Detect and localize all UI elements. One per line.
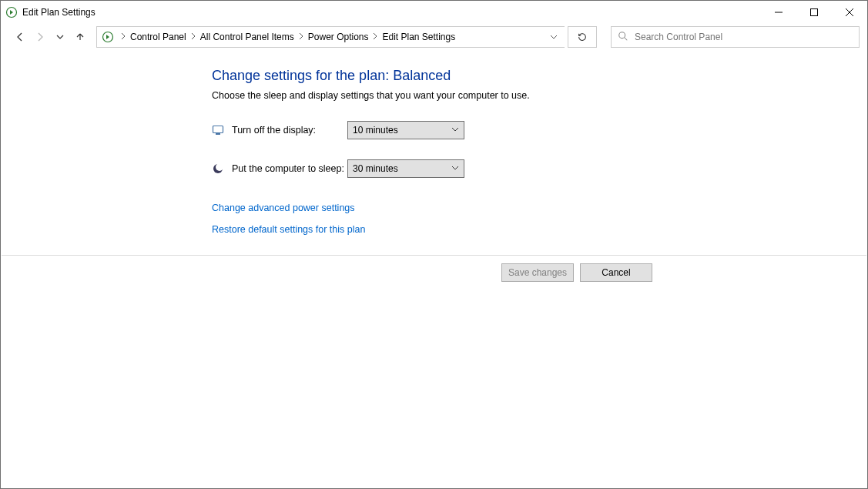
- display-timeout-row: Turn off the display: 10 minutes: [212, 121, 867, 139]
- address-bar-dropdown[interactable]: [543, 27, 565, 47]
- chevron-right-icon[interactable]: [117, 33, 129, 41]
- display-timeout-select[interactable]: 10 minutes: [347, 121, 464, 139]
- monitor-icon: [212, 124, 224, 136]
- moon-icon: [212, 162, 224, 175]
- recent-locations-dropdown[interactable]: [52, 28, 69, 46]
- chevron-down-icon: [451, 125, 459, 136]
- maximize-button[interactable]: [796, 1, 832, 24]
- search-input[interactable]: [635, 32, 853, 42]
- breadcrumb-item[interactable]: All Control Panel Items: [199, 32, 295, 42]
- button-bar: Save changes Cancel: [2, 255, 866, 282]
- chevron-right-icon[interactable]: [295, 33, 307, 41]
- breadcrumb-item[interactable]: Power Options: [307, 32, 370, 42]
- svg-point-3: [619, 32, 625, 38]
- save-button[interactable]: Save changes: [501, 263, 574, 282]
- display-timeout-label: Turn off the display:: [232, 125, 347, 136]
- navigation-toolbar: Control Panel All Control Panel Items Po…: [1, 24, 867, 52]
- sleep-timeout-value: 30 minutes: [353, 163, 398, 174]
- chevron-down-icon: [451, 163, 459, 174]
- forward-button[interactable]: [32, 28, 49, 46]
- up-button[interactable]: [72, 28, 89, 46]
- sleep-timeout-row: Put the computer to sleep: 30 minutes: [212, 159, 867, 178]
- back-button[interactable]: [12, 28, 28, 46]
- restore-defaults-link[interactable]: Restore default settings for this plan: [212, 224, 365, 235]
- page-heading: Change settings for the plan: Balanced: [212, 68, 867, 84]
- svg-rect-5: [216, 133, 220, 135]
- refresh-button[interactable]: [568, 26, 597, 48]
- cancel-button[interactable]: Cancel: [580, 263, 652, 282]
- window-title: Edit Plan Settings: [22, 7, 96, 18]
- svg-rect-1: [811, 9, 818, 16]
- breadcrumb-item[interactable]: Control Panel: [129, 32, 187, 42]
- sleep-timeout-label: Put the computer to sleep:: [232, 163, 347, 174]
- search-icon: [618, 31, 628, 44]
- sleep-timeout-select[interactable]: 30 minutes: [347, 159, 464, 178]
- power-options-icon: [102, 31, 114, 43]
- display-timeout-value: 10 minutes: [353, 125, 398, 136]
- power-options-icon: [5, 6, 18, 18]
- svg-rect-4: [213, 126, 223, 133]
- page-subheading: Choose the sleep and display settings th…: [212, 90, 867, 101]
- breadcrumb-item[interactable]: Edit Plan Settings: [381, 32, 456, 42]
- titlebar: Edit Plan Settings: [1, 1, 867, 24]
- chevron-right-icon[interactable]: [187, 33, 199, 41]
- search-box[interactable]: [611, 26, 860, 48]
- address-bar[interactable]: Control Panel All Control Panel Items Po…: [96, 26, 565, 48]
- main-content: Change settings for the plan: Balanced C…: [1, 52, 867, 246]
- svg-point-7: [216, 163, 223, 171]
- close-button[interactable]: [832, 1, 867, 24]
- advanced-settings-link[interactable]: Change advanced power settings: [212, 203, 355, 213]
- minimize-button[interactable]: [761, 1, 796, 24]
- chevron-right-icon[interactable]: [369, 33, 381, 41]
